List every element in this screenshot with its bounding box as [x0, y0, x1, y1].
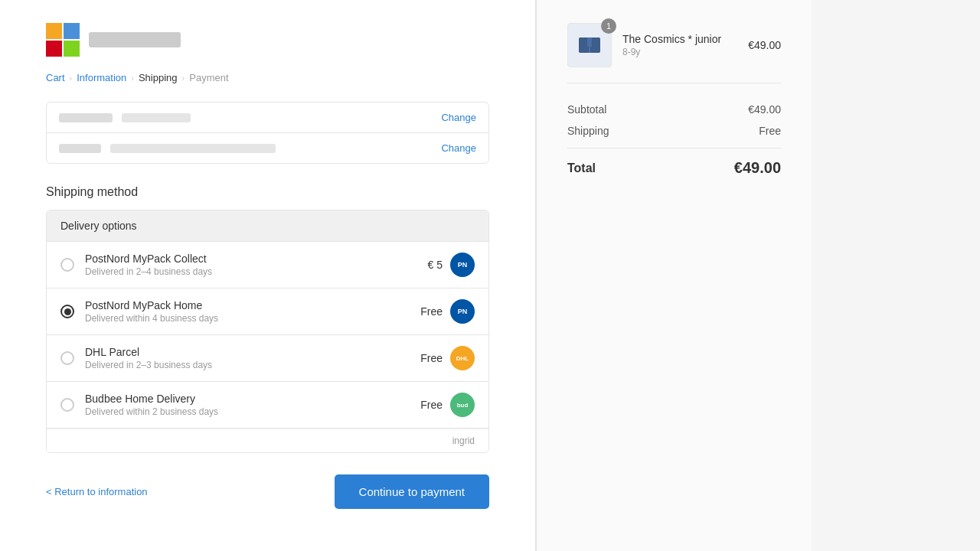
delivery-desc-dhl: Delivered in 2–3 business days	[85, 360, 420, 370]
delivery-info-postnord-home: PostNord MyPack Home Delivered within 4 …	[85, 299, 420, 324]
subtotal-value: €49.00	[748, 103, 781, 116]
carrier-logo-budbee: bud	[450, 393, 475, 417]
info-label-2	[59, 144, 101, 153]
change-link-2[interactable]: Change	[441, 142, 476, 154]
summary-subtotal: Subtotal €49.00	[567, 99, 781, 120]
breadcrumb-information[interactable]: Information	[77, 72, 126, 83]
delivery-info-budbee: Budbee Home Delivery Delivered within 2 …	[85, 393, 420, 417]
delivery-option-budbee[interactable]: Budbee Home Delivery Delivered within 2 …	[47, 382, 488, 429]
carrier-logo-postnord-collect: PN	[450, 253, 475, 277]
shipping-label: Shipping	[567, 125, 609, 137]
breadcrumb-cart[interactable]: Cart	[46, 72, 65, 83]
ingrid-credit: ingrid	[47, 429, 488, 452]
delivery-desc-postnord-home: Delivered within 4 business days	[85, 313, 420, 324]
subtotal-label: Subtotal	[567, 103, 606, 116]
left-panel: Cart › Information › Shipping › Payment …	[0, 0, 536, 551]
delivery-option-postnord-collect[interactable]: PostNord MyPack Collect Delivered in 2–4…	[47, 242, 488, 289]
delivery-option-dhl[interactable]: DHL Parcel Delivered in 2–3 business day…	[47, 335, 488, 382]
radio-postnord-home[interactable]	[60, 305, 74, 318]
delivery-price-postnord-collect: € 5	[428, 259, 443, 271]
total-label: Total	[567, 161, 596, 175]
footer-actions: < Return to information Continue to paym…	[46, 474, 489, 509]
right-panel: 1 The Cosmics * junior 8-9y €49.00 Subto…	[536, 0, 812, 551]
order-item: 1 The Cosmics * junior 8-9y €49.00	[567, 23, 781, 83]
breadcrumb-sep-1: ›	[70, 73, 73, 83]
delivery-option-postnord-home[interactable]: PostNord MyPack Home Delivered within 4 …	[47, 289, 488, 335]
delivery-price-budbee: Free	[420, 399, 443, 411]
info-value-2	[110, 144, 276, 153]
delivery-name-postnord-home: PostNord MyPack Home	[85, 299, 420, 311]
info-value-1	[122, 113, 191, 122]
radio-postnord-collect[interactable]	[60, 258, 74, 272]
delivery-header: Delivery options	[47, 210, 488, 242]
delivery-box: Delivery options PostNord MyPack Collect…	[46, 210, 489, 453]
info-row-2: Change	[47, 133, 488, 163]
delivery-info-dhl: DHL Parcel Delivered in 2–3 business day…	[85, 346, 420, 370]
item-image-wrap: 1	[567, 23, 612, 67]
carrier-logo-postnord-home: PN	[450, 299, 475, 324]
delivery-price-postnord-home: Free	[420, 305, 443, 318]
item-variant: 8-9y	[622, 47, 737, 57]
delivery-name-postnord-collect: PostNord MyPack Collect	[85, 253, 428, 265]
item-price: €49.00	[748, 39, 781, 51]
summary-shipping: Shipping Free	[567, 120, 781, 142]
info-row-1: Change	[47, 103, 488, 133]
total-value: €49.00	[734, 159, 781, 177]
svg-rect-3	[587, 37, 592, 47]
item-name: The Cosmics * junior	[622, 33, 737, 45]
radio-budbee[interactable]	[60, 398, 74, 412]
radio-dhl[interactable]	[60, 351, 74, 365]
summary-total: Total €49.00	[567, 148, 781, 181]
change-link-1[interactable]: Change	[441, 112, 476, 123]
logo-icon	[46, 23, 80, 57]
item-details: The Cosmics * junior 8-9y	[622, 33, 737, 57]
item-badge: 1	[601, 18, 616, 34]
delivery-name-budbee: Budbee Home Delivery	[85, 393, 420, 405]
info-label-1	[59, 113, 113, 122]
return-to-information-link[interactable]: < Return to information	[46, 486, 148, 497]
shipping-value: Free	[759, 125, 781, 137]
breadcrumb: Cart › Information › Shipping › Payment	[46, 72, 489, 83]
delivery-price-dhl: Free	[420, 352, 443, 364]
logo-text	[89, 32, 181, 47]
breadcrumb-sep-2: ›	[131, 73, 134, 83]
delivery-desc-budbee: Delivered within 2 business days	[85, 406, 420, 417]
breadcrumb-payment: Payment	[189, 72, 228, 83]
delivery-info-postnord-collect: PostNord MyPack Collect Delivered in 2–4…	[85, 253, 428, 277]
logo-area	[46, 23, 489, 57]
breadcrumb-sep-3: ›	[182, 73, 185, 83]
carrier-logo-dhl: DHL	[450, 346, 475, 370]
item-image-icon	[576, 31, 603, 59]
section-title-shipping: Shipping method	[46, 185, 489, 199]
breadcrumb-shipping: Shipping	[139, 72, 178, 83]
continue-to-payment-button[interactable]: Continue to payment	[335, 474, 489, 509]
info-box: Change Change	[46, 102, 489, 164]
delivery-name-dhl: DHL Parcel	[85, 346, 420, 358]
delivery-desc-postnord-collect: Delivered in 2–4 business days	[85, 266, 428, 277]
